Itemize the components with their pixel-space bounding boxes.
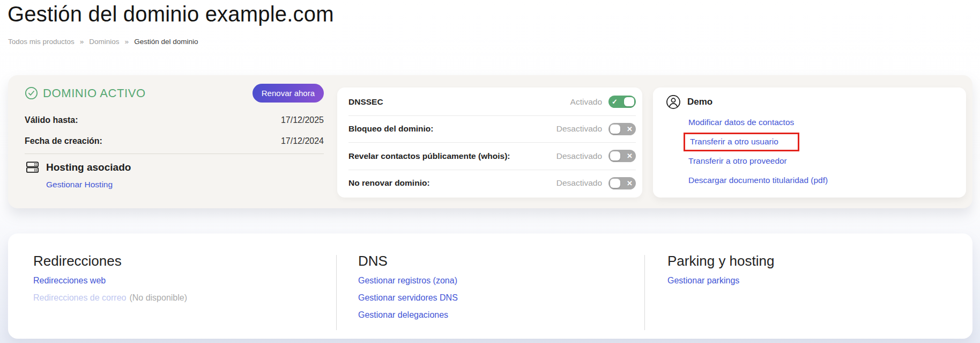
domain-tools-card: Redirecciones Redirecciones web Redirecc…	[8, 233, 972, 339]
no-renew-label: No renovar dominio:	[348, 178, 430, 188]
link-modificar-datos-contactos[interactable]: Modificar datos de contactos	[688, 118, 794, 127]
redirections-column: Redirecciones Redirecciones web Redirecc…	[8, 233, 336, 339]
domain-status-section: DOMINIO ACTIVO Renovar ahora Válido hast…	[8, 75, 337, 208]
link-redirecciones-correo-disabled: Redirecciones de correo	[33, 293, 126, 303]
redirections-title: Redirecciones	[33, 253, 336, 269]
parking-hosting-title: Parking y hosting	[667, 253, 972, 269]
whois-disclosure-row: Revelar contactos públicamente (whois): …	[348, 143, 636, 170]
dnssec-row: DNSSEC Activado ✓	[348, 89, 636, 116]
divider	[25, 154, 324, 154]
link-gestionar-registros-zona[interactable]: Gestionar registros (zona)	[358, 276, 457, 286]
breadcrumb-item-domains[interactable]: Dominios	[89, 38, 119, 46]
no-renew-toggle[interactable]: ✕	[608, 177, 636, 189]
no-renew-state-label: Desactivado	[556, 178, 602, 188]
no-renew-row: No renovar dominio: Desactivado ✕	[348, 170, 636, 197]
valid-until-value: 17/12/2025	[281, 115, 324, 125]
breadcrumb-item-current: Gestión del dominio	[134, 38, 198, 46]
link-transferir-otro-usuario[interactable]: Transferir a otro usuario	[690, 137, 778, 147]
owner-panel: Demo Modificar datos de contactos Transf…	[653, 87, 966, 198]
whois-disclosure-state-label: Desactivado	[556, 151, 602, 161]
link-gestionar-delegaciones[interactable]: Gestionar delegaciones	[358, 310, 448, 320]
breadcrumb: Todos mis productos » Dominios » Gestión…	[8, 38, 198, 46]
link-row: Gestionar delegaciones	[358, 310, 644, 320]
creation-date-label: Fecha de creación:	[25, 136, 102, 146]
whois-disclosure-label: Revelar contactos públicamente (whois):	[348, 151, 510, 161]
creation-date-value: 17/12/2024	[281, 136, 324, 146]
owner-link-row: Transferir a otro usuario	[688, 132, 955, 151]
link-transferir-otro-proveedor[interactable]: Transferir a otro proveedor	[688, 156, 787, 166]
link-row: Gestionar registros (zona)	[358, 276, 644, 286]
domain-lock-row: Bloqueo del dominio: Desactivado ✕	[348, 116, 636, 143]
valid-until-label: Válido hasta:	[25, 115, 78, 125]
breadcrumb-separator: »	[125, 38, 129, 46]
toggle-knob	[624, 97, 634, 106]
check-circle-icon	[25, 86, 38, 100]
breadcrumb-separator: »	[80, 38, 84, 46]
toggle-knob	[610, 179, 620, 188]
cross-icon: ✕	[625, 180, 634, 187]
whois-disclosure-toggle[interactable]: ✕	[608, 150, 636, 162]
valid-until-row: Válido hasta: 17/12/2025	[25, 115, 324, 125]
cross-icon: ✕	[625, 152, 634, 159]
link-row: Redirecciones web	[33, 276, 336, 286]
cross-icon: ✕	[625, 126, 634, 133]
link-gestionar-parkings[interactable]: Gestionar parkings	[667, 276, 739, 286]
not-available-note: (No disponible)	[129, 293, 187, 303]
renew-now-button[interactable]: Renovar ahora	[253, 84, 324, 103]
highlight-annotation-box: Transferir a otro usuario	[684, 133, 799, 151]
toggle-knob	[610, 125, 620, 134]
dnssec-toggle[interactable]: ✓	[608, 96, 636, 108]
dnssec-state-label: Activado	[570, 97, 602, 107]
toggle-knob	[610, 151, 620, 160]
owner-link-row: Descargar documento titularidad (pdf)	[688, 171, 955, 190]
domain-status-heading: DOMINIO ACTIVO	[25, 86, 146, 100]
link-row: Redirecciones de correo (No disponible)	[33, 293, 336, 303]
owner-link-row: Transferir a otro proveedor	[688, 151, 955, 171]
domain-status-label: DOMINIO ACTIVO	[43, 86, 146, 100]
owner-link-row: Modificar datos de contactos	[688, 113, 955, 132]
parking-hosting-column: Parking y hosting Gestionar parkings	[645, 233, 972, 339]
link-row: Gestionar servidores DNS	[358, 293, 644, 303]
dns-title: DNS	[358, 253, 644, 269]
server-icon	[25, 159, 40, 175]
breadcrumb-item-products[interactable]: Todos mis productos	[8, 38, 75, 46]
link-gestionar-hosting[interactable]: Gestionar Hosting	[46, 180, 113, 189]
link-gestionar-servidores-dns[interactable]: Gestionar servidores DNS	[358, 293, 458, 303]
link-redirecciones-web[interactable]: Redirecciones web	[33, 276, 106, 286]
owner-name: Demo	[687, 97, 712, 107]
link-descargar-documento-titularidad[interactable]: Descargar documento titularidad (pdf)	[688, 176, 828, 185]
check-icon: ✓	[610, 98, 619, 105]
domain-lock-state-label: Desactivado	[556, 124, 602, 134]
hosting-section-title: Hosting asociado	[46, 162, 131, 173]
domain-lock-toggle[interactable]: ✕	[608, 123, 636, 135]
dnssec-label: DNSSEC	[348, 97, 383, 107]
link-row: Gestionar parkings	[667, 276, 972, 286]
hosting-section-heading: Hosting asociado	[25, 159, 324, 175]
domain-status-card: DOMINIO ACTIVO Renovar ahora Válido hast…	[8, 75, 972, 208]
person-circle-icon	[666, 94, 681, 110]
page-title: Gestión del dominio example.com	[8, 2, 334, 26]
creation-date-row: Fecha de creación: 17/12/2024	[25, 136, 324, 146]
owner-heading: Demo	[666, 94, 955, 110]
domain-lock-label: Bloqueo del dominio:	[348, 124, 433, 134]
dns-column: DNS Gestionar registros (zona) Gestionar…	[337, 233, 644, 339]
domain-settings-panel: DNSSEC Activado ✓ Bloqueo del dominio: D…	[337, 87, 642, 198]
